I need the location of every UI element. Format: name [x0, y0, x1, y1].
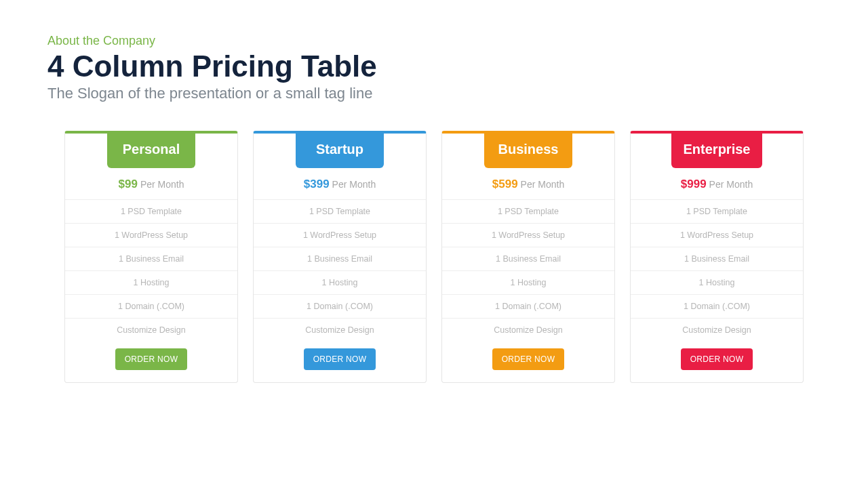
header-block: About the Company 4 Column Pricing Table… — [47, 34, 821, 102]
feature-item: 1 PSD Template — [442, 200, 614, 224]
pricing-card-enterprise: Enterprise $999Per Month 1 PSD Template … — [630, 131, 804, 383]
feature-item: 1 Business Email — [442, 247, 614, 271]
order-button[interactable]: ORDER NOW — [304, 348, 376, 370]
feature-item: 1 Business Email — [65, 247, 237, 271]
price-row: $99Per Month — [65, 168, 237, 200]
price-value: $599 — [492, 178, 518, 190]
feature-item: 1 WordPress Setup — [254, 224, 426, 247]
plan-badge: Business — [484, 131, 572, 168]
feature-item: 1 Business Email — [631, 247, 803, 271]
feature-item: 1 Hosting — [442, 271, 614, 295]
price-period: Per Month — [709, 179, 753, 190]
feature-item: 1 PSD Template — [65, 200, 237, 224]
order-button[interactable]: ORDER NOW — [681, 348, 753, 370]
price-value: $999 — [681, 178, 707, 190]
plan-badge: Personal — [107, 131, 195, 168]
feature-item: 1 WordPress Setup — [631, 224, 803, 247]
feature-item: Customize Design — [65, 319, 237, 342]
feature-item: Customize Design — [442, 319, 614, 342]
plan-badge: Enterprise — [671, 131, 763, 168]
feature-item: Customize Design — [254, 319, 426, 342]
order-button[interactable]: ORDER NOW — [115, 348, 188, 370]
order-button[interactable]: ORDER NOW — [492, 348, 565, 370]
price-value: $399 — [304, 178, 330, 190]
pricing-cards-row: Personal $99Per Month 1 PSD Template 1 W… — [47, 131, 821, 383]
feature-item: 1 Hosting — [254, 271, 426, 295]
feature-item: Customize Design — [631, 319, 803, 342]
price-period: Per Month — [332, 179, 376, 190]
price-row: $399Per Month — [254, 168, 426, 200]
feature-item: 1 Hosting — [631, 271, 803, 295]
kicker-text: About the Company — [47, 34, 821, 48]
price-value: $99 — [119, 178, 138, 190]
pricing-card-business: Business $599Per Month 1 PSD Template 1 … — [441, 131, 615, 383]
feature-item: 1 PSD Template — [254, 200, 426, 224]
price-row: $999Per Month — [631, 168, 803, 200]
feature-item: 1 Domain (.COM) — [442, 295, 614, 319]
page-title: 4 Column Pricing Table — [47, 51, 821, 82]
plan-badge: Startup — [296, 131, 384, 168]
price-row: $599Per Month — [442, 168, 614, 200]
feature-item: 1 Domain (.COM) — [254, 295, 426, 319]
subtitle-text: The Slogan of the presentation or a smal… — [47, 85, 821, 102]
feature-item: 1 Domain (.COM) — [631, 295, 803, 319]
pricing-card-personal: Personal $99Per Month 1 PSD Template 1 W… — [64, 131, 238, 383]
price-period: Per Month — [140, 179, 184, 190]
feature-item: 1 PSD Template — [631, 200, 803, 224]
feature-item: 1 Business Email — [254, 247, 426, 271]
feature-item: 1 Domain (.COM) — [65, 295, 237, 319]
feature-item: 1 WordPress Setup — [65, 224, 237, 247]
feature-item: 1 Hosting — [65, 271, 237, 295]
pricing-card-startup: Startup $399Per Month 1 PSD Template 1 W… — [253, 131, 427, 383]
price-period: Per Month — [521, 179, 565, 190]
feature-item: 1 WordPress Setup — [442, 224, 614, 247]
